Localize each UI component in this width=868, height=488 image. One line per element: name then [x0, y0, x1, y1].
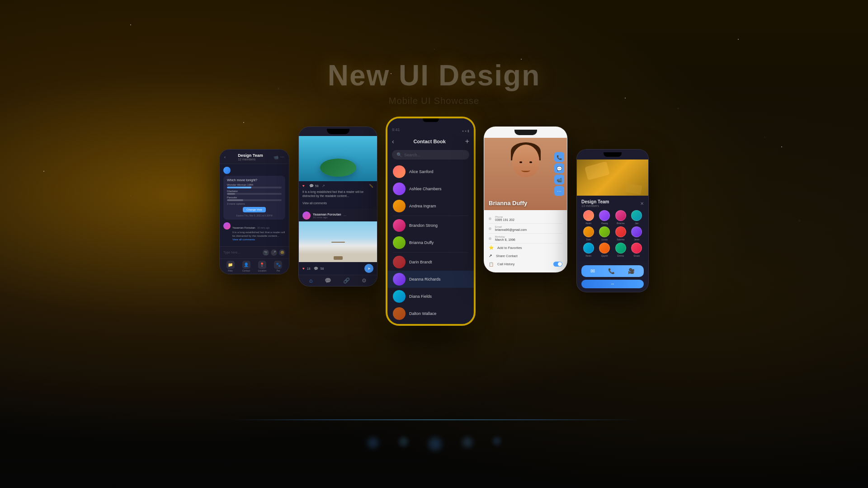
contact-name-darin: Darin Brandt [409, 260, 432, 264]
contact-avatar-andrea [393, 200, 406, 212]
contact-item-alice[interactable]: Alice Sanford [387, 163, 474, 180]
view-comments-link[interactable]: View all comments [232, 238, 285, 241]
birthday-value: March 8, 1996 [495, 238, 515, 241]
user-avatar [223, 167, 231, 174]
member-emma: Emma [613, 243, 628, 257]
chat-subtitle: 12 members [238, 158, 263, 161]
mic-icon[interactable]: 🎤 [271, 249, 277, 256]
poll-option-2: Gladiator [227, 190, 282, 195]
phone-value: 0395 191 202 [495, 218, 514, 221]
member-name-quynh: Quynh [601, 254, 608, 257]
location-label: Location [258, 269, 267, 272]
send-button[interactable]: ➤ [364, 264, 373, 273]
close-button[interactable]: ✕ [640, 201, 644, 206]
action-contact[interactable]: 👤 Contact [242, 261, 250, 272]
member-name-kevin2: Kevin [585, 254, 591, 257]
contact-back-button[interactable]: ‹ [392, 138, 394, 145]
member-name-jan: Jan [635, 222, 638, 225]
contact-item-deanna2[interactable]: Deanna Hoover [387, 322, 474, 324]
action-files[interactable]: 📁 Files [226, 261, 235, 272]
page-title-area: New UI Design Mobile UI Showcase [328, 59, 541, 106]
email-value: brianna96@gmail.com [495, 228, 527, 231]
contact-name-brandon: Brandon Strong [409, 223, 438, 228]
camera-icon[interactable]: 📷 [263, 249, 269, 256]
call-history-row[interactable]: 📋 Call History [489, 260, 562, 268]
contact-item-deanna[interactable]: Deanna Richards [387, 271, 474, 288]
cta-message-icon[interactable]: ✉ [590, 268, 595, 274]
poll-expires: Expires Thu, Mar 5, 2021 at 5:30PM [227, 214, 282, 217]
phone2-notch [299, 127, 377, 136]
member-jenni: Jenni [630, 226, 644, 241]
contact-add-button[interactable]: + [465, 137, 469, 145]
chat-header-icons: 📹 ⋯ [274, 155, 284, 160]
smile-icon[interactable]: 😊 [279, 249, 285, 256]
nav-settings[interactable]: ⚙ [362, 277, 367, 284]
back-icon[interactable]: ‹ [224, 155, 226, 160]
phone4-notch-area [484, 127, 567, 138]
action-pet[interactable]: 🐾 Pet [274, 261, 282, 272]
contact-photo-area: Brianna Duffy 📞 💬 📹 ⋯ [484, 138, 567, 210]
phone3-notch [423, 118, 439, 122]
nav-link[interactable]: 🔗 [343, 277, 350, 284]
poll-more: 3 more options [227, 202, 282, 205]
video-side-btn[interactable]: 📹 [554, 175, 564, 185]
favorites-icon: ⭐ [489, 245, 494, 250]
contact-name-dalton: Dalton Wallace [409, 311, 436, 316]
phone-side-btn[interactable]: 📞 [554, 152, 564, 162]
team-join-button[interactable]: ··· [581, 280, 644, 288]
contact-item-brianna[interactable]: Brianna Duffy [387, 234, 474, 251]
email-detail-row: Email brianna96@gmail.com [489, 224, 562, 234]
contact-item-diana[interactable]: Diana Fields [387, 288, 474, 305]
member-quynh: Quynh [598, 243, 612, 257]
poll-option-1: Wonder Woman 1984 [227, 183, 282, 188]
contact-book-header: ‹ Contact Book + [387, 136, 474, 148]
poll-option-2-label: Gladiator [227, 190, 282, 192]
pet-icon: 🐾 [274, 261, 282, 269]
contact-book-title: Contact Book [413, 139, 446, 144]
contact-name-ashlee: Ashlee Chambers [409, 187, 442, 191]
more-icon[interactable]: ⋯ [280, 155, 284, 160]
contact-item-dalton[interactable]: Dalton Wallace [387, 305, 474, 322]
add-favorites-row[interactable]: ⭐ Add to Favorites [489, 244, 562, 252]
cta-call-icon[interactable]: 📞 [608, 268, 615, 274]
more-side-btn[interactable]: ⋯ [554, 186, 564, 196]
team-title: Design Team [581, 199, 609, 204]
member-sam: Sam [581, 226, 596, 241]
nav-home[interactable]: ⌂ [309, 277, 312, 284]
message-text: It is a long established fact that a rea… [232, 231, 285, 238]
contact-item-brandon[interactable]: Brandon Strong [387, 217, 474, 234]
heart-icon: ♥ [302, 184, 305, 188]
sender-info: Yasaman Foroutan 16 mins ago [313, 213, 341, 219]
contact-item-darin[interactable]: Darin Brandt [387, 253, 474, 271]
share-contact-row[interactable]: ↗ Share Contact [489, 252, 562, 260]
team-members-count: 13 members [581, 204, 609, 207]
contact-name-alice: Alice Sanford [409, 169, 434, 174]
chat-title-area: Design Team 12 members [238, 153, 263, 161]
ref-dot-1 [366, 436, 380, 450]
message-side-btn[interactable]: 💬 [554, 164, 564, 174]
type-input[interactable]: Type here... [223, 251, 261, 254]
edit-icon[interactable]: ✏️ [369, 184, 373, 188]
notch5 [604, 152, 622, 157]
member-name-emma: Emma [618, 254, 624, 257]
team-cta-buttons: ✉ 📞 🎥 [581, 265, 644, 277]
smile [521, 169, 530, 172]
view-all-comments[interactable]: View all comments [302, 202, 327, 205]
right-eye [529, 161, 532, 163]
nav-chat[interactable]: 💬 [325, 277, 331, 284]
chat-reactions-row: ♥ 💬 58 ↗ ✏️ [302, 184, 373, 188]
cta-video-icon[interactable]: 🎥 [628, 268, 635, 274]
ref-dot-3 [427, 436, 443, 452]
contact-item-andrea[interactable]: Andrea Ingram [387, 197, 474, 215]
contact-item-ashlee[interactable]: Ashlee Chambers [387, 180, 474, 197]
options-dots[interactable]: ··· [344, 214, 347, 218]
action-location[interactable]: 📍 Location [258, 261, 267, 272]
call-history-toggle[interactable] [553, 262, 562, 267]
vote-button[interactable]: Change Vote [243, 207, 266, 212]
video-icon[interactable]: 📹 [274, 155, 278, 160]
member-name-lucas: Lucas [602, 238, 608, 241]
member-kevin: Kevin [581, 210, 596, 225]
member-avatar-lucas [599, 226, 610, 237]
contact-search-bar[interactable]: 🔍 Search... [392, 150, 469, 160]
sender-avatar-2 [302, 211, 311, 220]
